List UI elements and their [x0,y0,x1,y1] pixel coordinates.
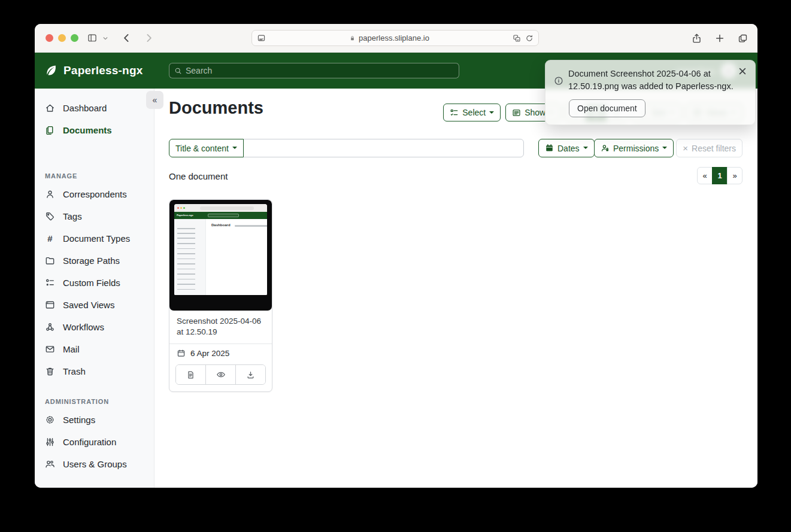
sidebar-item-correspondents[interactable]: Correspondents [35,183,154,205]
upload-toast: Document Screenshot 2025-04-06 at 12.50.… [545,60,756,125]
preview-document-button[interactable] [205,365,235,384]
chevron-down-icon [232,147,237,151]
paperless-logo-icon [44,64,57,77]
sidebar-item-label: Configuration [63,437,116,447]
search-icon [174,67,182,75]
sidebar-item-configuration[interactable]: Configuration [35,431,154,453]
sliders-icon [45,437,55,447]
document-thumbnail[interactable]: Paperless-ngx Dashboard [169,200,272,311]
edit-document-button[interactable] [176,365,205,384]
select-button[interactable]: Select [443,104,501,121]
toast-message: Document Screenshot 2025-04-06 at 12.50.… [568,68,735,93]
trash-icon [45,366,55,376]
sidebar-item-trash[interactable]: Trash [35,360,154,382]
zoom-window-button[interactable] [71,34,78,42]
ui-checks-icon [450,108,459,117]
sidebar-section-heading: MANAGE [45,172,154,180]
reset-filters-button[interactable]: × Reset filters [676,139,742,157]
document-title[interactable]: Screenshot 2025-04-06 at 12.50.19 [169,311,272,343]
sidebar-item-label: Users & Groups [63,459,127,469]
forward-button[interactable] [144,33,154,43]
gear-icon [45,415,55,425]
thumbnail-mini-window: Paperless-ngx Dashboard [174,204,267,295]
share-icon[interactable] [692,33,702,44]
dates-filter-button[interactable]: Dates [538,139,595,157]
sidebar-item-workflows[interactable]: Workflows [35,316,154,338]
ui-radios-icon [45,278,55,288]
files-icon [45,125,55,135]
permissions-filter-button[interactable]: Permissions [594,139,674,157]
sidebar-item-dashboard[interactable]: Dashboard [35,97,154,119]
sidebar-toggle-icon[interactable] [87,34,98,42]
sidebar-item-document-types[interactable]: # Document Types [35,227,154,250]
previous-page-button[interactable]: « [697,167,713,184]
sidebar-item-label: Documents [63,125,112,135]
sidebar-item-tags[interactable]: Tags [35,205,154,227]
sidebar-item-label: Storage Paths [63,256,120,266]
sidebar-item-saved-views[interactable]: Saved Views [35,294,154,316]
sidebar-collapse-button[interactable]: « [146,91,163,109]
sidebar-item-label: Custom Fields [63,278,120,288]
window-controls [46,34,78,42]
house-icon [45,103,55,113]
sidebar-item-label: Document Types [63,233,130,244]
sidebar-item-storage-paths[interactable]: Storage Paths [35,250,154,272]
url-text: paperless.sliplane.io [359,34,429,42]
download-document-button[interactable] [235,365,265,384]
person-lock-icon [601,144,610,153]
pagination: « 1 » [697,167,742,184]
document-card: Paperless-ngx Dashboard Screenshot 2025- [169,199,272,392]
reload-icon[interactable] [525,34,534,42]
document-count: One document [169,171,228,181]
page-format-icon[interactable] [257,34,266,42]
browser-window: paperless.sliplane.io [35,24,757,488]
next-page-button[interactable]: » [727,167,742,184]
sidebar-item-label: Workflows [63,322,104,332]
sidebar-item-documents[interactable]: Documents [35,119,154,141]
thumbnail-mini-sidebar [174,219,206,295]
calendar-icon [545,144,554,153]
tag-icon [45,211,55,221]
calendar-icon [177,349,186,358]
open-document-button[interactable]: Open document [569,99,645,117]
sidebar-item-users-groups[interactable]: Users & Groups [35,453,154,475]
x-icon: × [683,144,688,153]
back-button[interactable] [122,33,132,43]
sidebar-item-label: Tags [63,211,82,221]
chevron-down-icon [489,111,494,116]
search-field-dropdown[interactable]: Title & content [169,139,244,157]
tab-overview-icon[interactable] [738,34,748,44]
global-search [169,63,459,78]
window-icon [45,300,55,310]
info-icon [554,69,563,93]
sidebar-item-custom-fields[interactable]: Custom Fields [35,272,154,294]
sidebar-item-label: Saved Views [63,300,114,310]
file-text-icon [186,370,195,379]
toast-close-button[interactable] [738,66,747,78]
global-search-input[interactable] [186,66,454,75]
document-date: 6 Apr 2025 [169,344,272,361]
minimize-window-button[interactable] [58,34,66,42]
chevron-down-icon [583,147,588,151]
card-text-icon [512,108,521,117]
close-window-button[interactable] [46,34,53,42]
sidebar-item-settings[interactable]: Settings [35,409,154,431]
filter-text-input[interactable] [243,139,524,157]
thumbnail-mini-content: Dashboard [206,219,267,295]
sidebar-item-label: Correspondents [63,189,127,199]
thumbnail-mini-browser-bar [174,204,267,212]
people-icon [45,459,55,469]
page-1-button[interactable]: 1 [712,167,728,184]
lock-icon [349,35,356,42]
folder-icon [45,256,55,266]
sidebar-item-label: Trash [63,366,86,376]
address-bar[interactable]: paperless.sliplane.io [251,30,539,46]
chevron-down-icon[interactable] [102,35,108,41]
sidebar: Dashboard Documents MANAGE Correspondent… [35,89,154,488]
envelope-icon [45,344,55,354]
translate-icon[interactable] [513,34,521,42]
sidebar-item-mail[interactable]: Mail [35,338,154,360]
new-tab-icon[interactable] [715,34,725,43]
app-name: Paperless-ngx [63,64,143,77]
app-brand[interactable]: Paperless-ngx [44,64,143,77]
